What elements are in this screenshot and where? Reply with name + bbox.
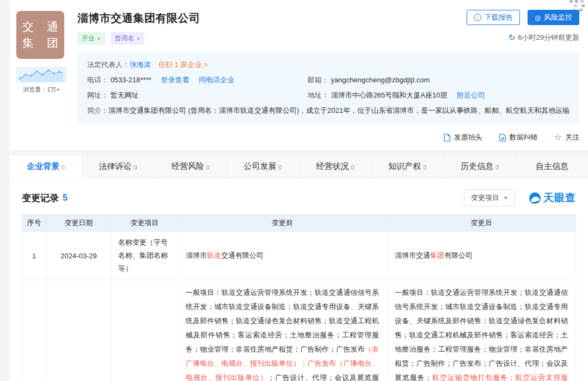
col-header-item: 变更项目 xyxy=(112,215,178,232)
risk-monitor-button[interactable]: ◎ 风险监控 xyxy=(528,10,579,25)
tab-label: 自主信息 xyxy=(536,161,568,172)
legal-rep-label: 法定代表人： xyxy=(87,57,130,72)
change-record-table: 序号 变更日期 变更项目 变更前 变更后 1 2024-03-29 名称变更（字… xyxy=(22,214,576,381)
tab-知识产权[interactable]: 知识产权0 xyxy=(371,155,444,178)
row-number-cell: 1 xyxy=(22,232,46,280)
change-item-cell: 名称变更（字号名称、集团名称等） xyxy=(112,232,178,280)
change-item-filter-dropdown[interactable]: 变更项目 xyxy=(464,189,515,207)
legal-rep-link[interactable]: 张海涛 xyxy=(130,57,151,72)
col-header-after: 变更后 xyxy=(387,215,576,232)
plain-text: 淄博市交通 xyxy=(395,251,430,259)
change-date-cell: 2024-03-29 xyxy=(46,232,112,280)
follow-label: 关注 xyxy=(565,132,579,142)
tab-count: 0 xyxy=(351,164,354,171)
nearby-companies-link[interactable]: 附近公司 xyxy=(457,91,485,99)
update-time-text: 6小时29分钟前更新 xyxy=(518,33,579,43)
plain-text: 淄博市 xyxy=(186,251,207,259)
download-report-button[interactable]: ↓ 下载报告 xyxy=(467,10,520,25)
status-badge-open[interactable]: 开业 ∨ xyxy=(77,32,105,45)
star-icon: ☆ xyxy=(554,133,562,142)
tab-label: 经营风险 xyxy=(171,161,204,172)
email-label: 邮箱： xyxy=(308,76,329,84)
tab-count: 0 xyxy=(62,164,65,171)
col-header-before: 变更前 xyxy=(178,215,387,232)
plain-text: 一般项目：轨道交通运营管理系统开发；轨道交通通信信号系统开发；城市轨道交通设备制… xyxy=(186,288,379,353)
tianyancha-logo-icon xyxy=(529,192,541,204)
badge-label: 开业 xyxy=(82,34,95,43)
company-header: 交 通 集 团 浏览量：1万+ xyxy=(10,0,588,125)
row-number-cell: 2 xyxy=(22,280,46,381)
dropdown-caret-icon xyxy=(504,197,508,199)
after-change-cell: 一般项目：轨道交通运营管理系统开发；轨道交通通信信号系统开发；城市轨道交通设备制… xyxy=(387,280,576,381)
tab-count: 0 xyxy=(279,164,282,171)
tab-自主信息[interactable]: 自主信息 xyxy=(516,155,588,178)
plain-text: 有限公司 xyxy=(444,251,473,259)
plain-text: 交通有限公司 xyxy=(221,251,264,259)
address-label: 地址： xyxy=(308,91,329,99)
intro-text: 淄博市交通集团有限公司 (曾用名：淄博市轨道交通有限公司)，成立于2021年，位… xyxy=(108,103,569,118)
change-item-cell: 经营范围变更（含业务范围变更） xyxy=(112,280,178,381)
follow-link[interactable]: ☆ 关注 xyxy=(554,132,579,142)
tab-企业背景[interactable]: 企业背景0 xyxy=(10,155,82,178)
highlighted-text: 轨道 xyxy=(207,251,221,259)
section-divider xyxy=(10,150,588,155)
tab-法律诉讼[interactable]: 法律诉讼0 xyxy=(82,155,155,178)
risk-monitor-label: 风险监控 xyxy=(544,13,572,22)
table-row: 1 2024-03-29 名称变更（字号名称、集团名称等） 淄博市轨道交通有限公… xyxy=(22,232,576,280)
update-status: ↻ 6小时29分钟前更新 xyxy=(509,33,579,43)
tianyancha-logo-text: 天眼查 xyxy=(543,191,576,205)
chevron-down-icon: ∨ xyxy=(137,37,140,41)
data-correction-link[interactable]: 数据纠错 xyxy=(499,132,538,142)
tianyancha-brand: 天眼查 xyxy=(529,191,576,205)
before-change-cell: 一般项目：轨道交通运营管理系统开发；轨道交通通信信号系统开发；城市轨道交通设备制… xyxy=(178,280,387,381)
change-date-cell: 2024-03-29 xyxy=(46,280,112,381)
address-value: 淄博市中心路265号颐和大厦A座10层 xyxy=(331,91,448,99)
views-widget: 浏览量：1万+ xyxy=(16,66,66,94)
positions-link[interactable]: 任职 1 家企业 > xyxy=(158,57,208,72)
table-header-row: 序号 变更日期 变更项目 变更前 变更后 xyxy=(22,215,576,232)
refresh-icon[interactable]: ↻ xyxy=(509,33,516,43)
section-count: 5 xyxy=(63,193,68,203)
col-header-date: 变更日期 xyxy=(46,215,112,232)
main-tab-bar: 企业背景0法律诉讼0经营风险0公司发展0经营状况0知识产权0历史信息0自主信息 xyxy=(10,155,588,178)
tab-label: 知识产权 xyxy=(388,161,421,172)
former-name-badge[interactable]: 曾用名 ∨ xyxy=(111,32,145,45)
logo-text-line2: 集 团 xyxy=(17,35,63,51)
badge-label: 曾用名 xyxy=(115,34,134,43)
document-edit-icon xyxy=(499,134,506,142)
tab-label: 经营状况 xyxy=(316,161,348,172)
tab-count: 0 xyxy=(495,164,499,171)
phone-value: 0533-218**** xyxy=(111,76,151,84)
website-label: 网址： xyxy=(87,91,108,99)
document-icon xyxy=(443,134,451,142)
tab-label: 企业背景 xyxy=(27,161,59,172)
logo-text-line1: 交 通 xyxy=(17,19,63,35)
data-correction-label: 数据纠错 xyxy=(510,132,538,142)
same-phone-link[interactable]: 同电话企业 xyxy=(199,76,234,84)
email-value: yangchengcheng@zbgdjtjt.com xyxy=(331,76,430,84)
tab-经营风险[interactable]: 经营风险0 xyxy=(155,155,227,178)
company-logo: 交 通 集 团 xyxy=(16,11,64,59)
login-to-view-link[interactable]: 登录查看 xyxy=(161,76,189,84)
highlighted-text: 集团 xyxy=(430,251,444,259)
website-value: 暂无网址 xyxy=(111,91,139,99)
tab-label: 公司发展 xyxy=(244,161,277,172)
status-badges: 开业 ∨ 曾用名 ∨ xyxy=(77,32,579,45)
plain-text: 一般项目：轨道交通运营管理系统开发；轨道交通通信信号系统开发；城市轨道交通设备制… xyxy=(395,288,568,381)
filter-label: 变更项目 xyxy=(471,193,499,203)
company-page: 交 通 集 团 浏览量：1万+ xyxy=(10,0,588,381)
views-count-label: 浏览量：1万+ xyxy=(16,86,66,94)
change-record-section-head: 变更记录 5 变更项目 天眼查 xyxy=(22,189,576,207)
chevron-down-icon: ∨ xyxy=(97,37,101,41)
tab-count: 0 xyxy=(423,164,426,171)
col-header-no: 序号 xyxy=(22,215,46,232)
page-actions: 发票抬头 数据纠错 ☆ 关注 xyxy=(10,125,588,150)
company-info-panel: 法定代表人： 张海涛 任职 1 家企业 > 电话： 0533-218**** 登… xyxy=(77,51,579,125)
tab-公司发展[interactable]: 公司发展0 xyxy=(227,155,299,178)
tab-经营状况[interactable]: 经营状况0 xyxy=(299,155,372,178)
monitor-icon: ◎ xyxy=(535,14,541,22)
download-icon: ↓ xyxy=(474,14,481,21)
tab-历史信息[interactable]: 历史信息0 xyxy=(444,155,516,178)
tab-label: 历史信息 xyxy=(461,161,493,172)
invoice-title-link[interactable]: 发票抬头 xyxy=(443,132,482,142)
